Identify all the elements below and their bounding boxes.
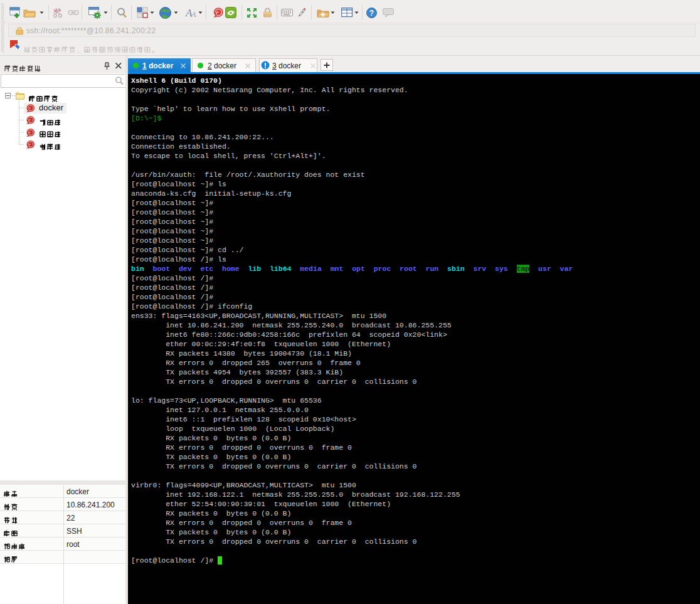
svg-text:?: ? xyxy=(369,9,374,18)
svg-text:A: A xyxy=(191,10,196,19)
